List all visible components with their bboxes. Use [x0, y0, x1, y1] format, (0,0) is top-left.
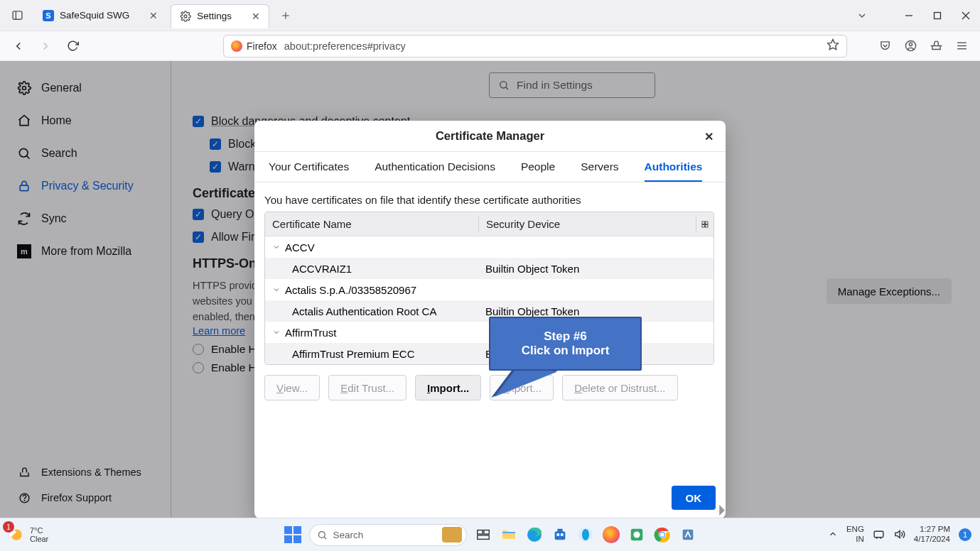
notification-badge[interactable]: 1 — [959, 528, 971, 541]
svg-rect-36 — [557, 529, 562, 533]
svg-rect-33 — [477, 535, 489, 540]
taskbar-weather[interactable]: 1 7°C Clear — [6, 524, 48, 545]
delete-distrust-button[interactable]: Delete or Distrust... — [562, 375, 677, 400]
forward-button[interactable] — [34, 35, 57, 58]
svg-rect-6 — [935, 12, 941, 18]
callout-line2: Click on Import — [522, 344, 610, 358]
language-indicator[interactable]: ENG IN — [846, 525, 864, 545]
explorer-icon[interactable] — [500, 525, 518, 544]
new-tab-button[interactable] — [275, 5, 296, 26]
svg-line-30 — [324, 537, 326, 539]
column-picker-icon[interactable] — [696, 220, 714, 229]
tab-your-certs[interactable]: Your Certificates — [269, 160, 349, 182]
col-security-device[interactable]: Security Device — [479, 218, 696, 230]
authorities-description: You have certificates on file that ident… — [264, 194, 714, 206]
volume-icon[interactable] — [893, 528, 905, 542]
chevron-down-icon — [272, 285, 281, 294]
chrome-icon[interactable] — [653, 525, 672, 544]
svg-rect-47 — [874, 531, 883, 538]
svg-rect-27 — [706, 224, 709, 227]
taskbar-search[interactable]: Search — [309, 524, 467, 546]
svg-rect-38 — [560, 533, 563, 536]
chevron-down-icon — [272, 328, 281, 337]
svg-rect-31 — [477, 530, 482, 535]
gear-icon — [180, 11, 191, 22]
window-close[interactable] — [952, 4, 980, 28]
url-bar[interactable]: Firefox about:preferences#privacy — [223, 35, 847, 58]
firefox-icon — [231, 40, 242, 52]
svg-marker-50 — [895, 530, 900, 538]
svg-rect-0 — [13, 11, 22, 19]
window-maximize[interactable] — [923, 4, 952, 28]
search-highlight-icon — [442, 527, 462, 542]
tab-safesquid[interactable]: S SafeSquid SWG ✕ — [34, 4, 166, 28]
weather-temp: 7°C — [30, 526, 48, 535]
svg-rect-25 — [706, 222, 709, 224]
cert-table-header: Certificate Name Security Device — [265, 212, 714, 236]
clock[interactable]: 1:27 PM 4/17/2024 — [914, 525, 950, 545]
col-cert-name[interactable]: Certificate Name — [265, 218, 478, 230]
svg-rect-24 — [702, 222, 705, 224]
bookmark-star-icon[interactable] — [826, 38, 839, 54]
edit-trust-button[interactable]: Edit Trust... — [328, 375, 406, 400]
back-button[interactable] — [7, 35, 30, 58]
svg-point-29 — [318, 531, 325, 538]
tab-servers[interactable]: Servers — [581, 160, 618, 182]
edge-icon[interactable] — [525, 525, 544, 544]
task-view-icon[interactable] — [474, 525, 492, 544]
account-icon[interactable] — [899, 35, 922, 58]
weather-badge: 1 — [3, 521, 14, 533]
svg-point-2 — [184, 15, 187, 18]
cert-action-buttons: View... Edit Trust... Import... Export..… — [264, 375, 714, 400]
app-icon-2[interactable] — [679, 525, 697, 544]
sidebar-toggle[interactable] — [4, 3, 30, 28]
store-icon[interactable] — [551, 525, 569, 544]
tab-label: SafeSquid SWG — [60, 10, 129, 21]
extensions-icon[interactable] — [925, 35, 947, 58]
svg-rect-32 — [483, 530, 488, 535]
tab-authorities[interactable]: Authorities — [645, 160, 703, 182]
window-minimize[interactable] — [895, 4, 923, 28]
settings-content: General Home Search Privacy & Security S… — [0, 61, 980, 518]
start-button[interactable] — [284, 525, 302, 544]
hamburger-menu-icon[interactable] — [950, 35, 973, 58]
tab-overflow[interactable] — [856, 10, 868, 21]
system-tray: ENG IN 1:27 PM 4/17/2024 1 — [828, 525, 971, 545]
svg-rect-35 — [554, 531, 565, 540]
close-tab-icon[interactable]: ✕ — [252, 11, 260, 22]
tray-overflow-icon[interactable] — [828, 529, 838, 540]
import-button[interactable]: Import... — [415, 375, 481, 400]
identity-box[interactable]: Firefox — [231, 40, 277, 52]
tab-auth-decisions[interactable]: Authentication Decisions — [375, 160, 495, 182]
pocket-icon[interactable] — [873, 35, 896, 58]
tab-people[interactable]: People — [521, 160, 555, 182]
firefox-taskbar-icon[interactable] — [602, 525, 620, 544]
svg-rect-37 — [556, 533, 559, 536]
tab-label: Settings — [197, 11, 232, 21]
dialog-header: Certificate Manager ✕ — [254, 121, 726, 152]
app-icon-1[interactable] — [628, 525, 646, 544]
search-icon — [317, 530, 328, 540]
dialog-title: Certificate Manager — [436, 129, 544, 143]
ok-button[interactable]: OK — [672, 486, 716, 510]
reload-button[interactable] — [61, 35, 84, 58]
search-placeholder: Search — [333, 530, 364, 540]
step-callout: Step #6 Click on Import — [489, 317, 642, 371]
dialog-close-button[interactable]: ✕ — [699, 126, 718, 146]
cert-group-actalis[interactable]: Actalis S.p.A./03358520967 — [265, 279, 714, 300]
view-button[interactable]: View... — [264, 375, 320, 400]
windows-taskbar: 1 7°C Clear Search ENG IN 1:27 — [0, 518, 980, 551]
svg-point-42 — [633, 531, 640, 538]
chevron-down-icon — [272, 243, 281, 251]
svg-rect-26 — [702, 224, 705, 227]
opera-icon[interactable] — [576, 525, 595, 544]
wifi-icon[interactable] — [873, 528, 885, 542]
svg-point-40 — [582, 529, 589, 540]
weather-cond: Clear — [30, 535, 48, 543]
cert-row[interactable]: ACCVRAIZ1Builtin Object Token — [265, 258, 714, 279]
cert-group-accv[interactable]: ACCV — [265, 236, 714, 258]
svg-point-11 — [909, 43, 912, 45]
close-tab-icon[interactable]: ✕ — [149, 10, 158, 21]
callout-line1: Step #6 — [544, 329, 586, 344]
tab-settings[interactable]: Settings ✕ — [171, 4, 269, 28]
